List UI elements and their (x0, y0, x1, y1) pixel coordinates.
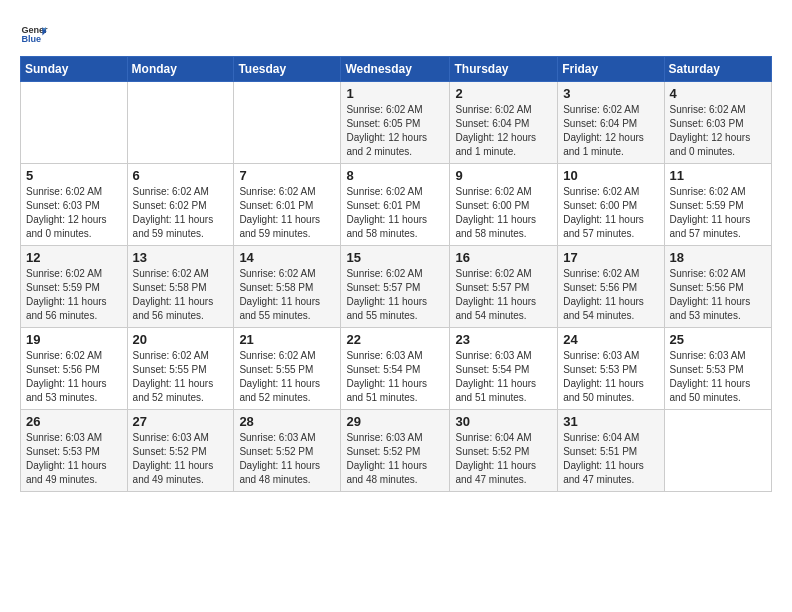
day-cell: 3Sunrise: 6:02 AM Sunset: 6:04 PM Daylig… (558, 82, 664, 164)
calendar-table: SundayMondayTuesdayWednesdayThursdayFrid… (20, 56, 772, 492)
week-row-4: 19Sunrise: 6:02 AM Sunset: 5:56 PM Dayli… (21, 328, 772, 410)
day-cell: 30Sunrise: 6:04 AM Sunset: 5:52 PM Dayli… (450, 410, 558, 492)
svg-text:Blue: Blue (21, 34, 41, 44)
day-info: Sunrise: 6:02 AM Sunset: 5:56 PM Dayligh… (26, 349, 122, 405)
day-info: Sunrise: 6:03 AM Sunset: 5:53 PM Dayligh… (670, 349, 766, 405)
day-number: 5 (26, 168, 122, 183)
day-number: 24 (563, 332, 658, 347)
weekday-header-sunday: Sunday (21, 57, 128, 82)
day-number: 17 (563, 250, 658, 265)
day-info: Sunrise: 6:02 AM Sunset: 6:04 PM Dayligh… (455, 103, 552, 159)
day-number: 2 (455, 86, 552, 101)
day-cell: 21Sunrise: 6:02 AM Sunset: 5:55 PM Dayli… (234, 328, 341, 410)
weekday-header-saturday: Saturday (664, 57, 771, 82)
day-info: Sunrise: 6:02 AM Sunset: 6:03 PM Dayligh… (26, 185, 122, 241)
day-cell: 16Sunrise: 6:02 AM Sunset: 5:57 PM Dayli… (450, 246, 558, 328)
day-number: 26 (26, 414, 122, 429)
page-container: General Blue SundayMondayTuesdayWednesda… (0, 0, 792, 504)
day-info: Sunrise: 6:02 AM Sunset: 5:56 PM Dayligh… (670, 267, 766, 323)
day-cell: 23Sunrise: 6:03 AM Sunset: 5:54 PM Dayli… (450, 328, 558, 410)
day-number: 4 (670, 86, 766, 101)
day-cell: 27Sunrise: 6:03 AM Sunset: 5:52 PM Dayli… (127, 410, 234, 492)
day-number: 14 (239, 250, 335, 265)
day-cell: 5Sunrise: 6:02 AM Sunset: 6:03 PM Daylig… (21, 164, 128, 246)
day-number: 7 (239, 168, 335, 183)
day-info: Sunrise: 6:03 AM Sunset: 5:53 PM Dayligh… (563, 349, 658, 405)
weekday-header-friday: Friday (558, 57, 664, 82)
day-info: Sunrise: 6:02 AM Sunset: 5:58 PM Dayligh… (133, 267, 229, 323)
day-info: Sunrise: 6:03 AM Sunset: 5:54 PM Dayligh… (455, 349, 552, 405)
day-info: Sunrise: 6:02 AM Sunset: 6:05 PM Dayligh… (346, 103, 444, 159)
day-cell: 25Sunrise: 6:03 AM Sunset: 5:53 PM Dayli… (664, 328, 771, 410)
weekday-header-thursday: Thursday (450, 57, 558, 82)
week-row-3: 12Sunrise: 6:02 AM Sunset: 5:59 PM Dayli… (21, 246, 772, 328)
day-number: 11 (670, 168, 766, 183)
logo: General Blue (20, 20, 52, 48)
week-row-1: 1Sunrise: 6:02 AM Sunset: 6:05 PM Daylig… (21, 82, 772, 164)
day-info: Sunrise: 6:04 AM Sunset: 5:52 PM Dayligh… (455, 431, 552, 487)
day-number: 20 (133, 332, 229, 347)
day-info: Sunrise: 6:02 AM Sunset: 6:04 PM Dayligh… (563, 103, 658, 159)
day-info: Sunrise: 6:03 AM Sunset: 5:54 PM Dayligh… (346, 349, 444, 405)
header: General Blue (20, 16, 772, 48)
day-cell (664, 410, 771, 492)
day-cell: 10Sunrise: 6:02 AM Sunset: 6:00 PM Dayli… (558, 164, 664, 246)
day-info: Sunrise: 6:02 AM Sunset: 5:59 PM Dayligh… (26, 267, 122, 323)
day-number: 9 (455, 168, 552, 183)
day-cell: 28Sunrise: 6:03 AM Sunset: 5:52 PM Dayli… (234, 410, 341, 492)
day-number: 22 (346, 332, 444, 347)
weekday-header-monday: Monday (127, 57, 234, 82)
day-info: Sunrise: 6:02 AM Sunset: 5:56 PM Dayligh… (563, 267, 658, 323)
day-info: Sunrise: 6:04 AM Sunset: 5:51 PM Dayligh… (563, 431, 658, 487)
day-cell: 15Sunrise: 6:02 AM Sunset: 5:57 PM Dayli… (341, 246, 450, 328)
day-info: Sunrise: 6:02 AM Sunset: 5:58 PM Dayligh… (239, 267, 335, 323)
day-info: Sunrise: 6:02 AM Sunset: 6:00 PM Dayligh… (455, 185, 552, 241)
day-cell: 12Sunrise: 6:02 AM Sunset: 5:59 PM Dayli… (21, 246, 128, 328)
day-cell (234, 82, 341, 164)
logo-icon: General Blue (20, 20, 48, 48)
day-cell (127, 82, 234, 164)
day-cell: 26Sunrise: 6:03 AM Sunset: 5:53 PM Dayli… (21, 410, 128, 492)
day-info: Sunrise: 6:03 AM Sunset: 5:52 PM Dayligh… (346, 431, 444, 487)
day-cell: 4Sunrise: 6:02 AM Sunset: 6:03 PM Daylig… (664, 82, 771, 164)
day-cell: 29Sunrise: 6:03 AM Sunset: 5:52 PM Dayli… (341, 410, 450, 492)
day-info: Sunrise: 6:02 AM Sunset: 5:57 PM Dayligh… (346, 267, 444, 323)
day-cell (21, 82, 128, 164)
day-number: 1 (346, 86, 444, 101)
day-number: 19 (26, 332, 122, 347)
day-cell: 1Sunrise: 6:02 AM Sunset: 6:05 PM Daylig… (341, 82, 450, 164)
day-cell: 17Sunrise: 6:02 AM Sunset: 5:56 PM Dayli… (558, 246, 664, 328)
day-number: 16 (455, 250, 552, 265)
day-cell: 24Sunrise: 6:03 AM Sunset: 5:53 PM Dayli… (558, 328, 664, 410)
day-info: Sunrise: 6:02 AM Sunset: 5:57 PM Dayligh… (455, 267, 552, 323)
day-cell: 22Sunrise: 6:03 AM Sunset: 5:54 PM Dayli… (341, 328, 450, 410)
day-cell: 18Sunrise: 6:02 AM Sunset: 5:56 PM Dayli… (664, 246, 771, 328)
day-number: 31 (563, 414, 658, 429)
day-number: 25 (670, 332, 766, 347)
day-info: Sunrise: 6:02 AM Sunset: 6:01 PM Dayligh… (239, 185, 335, 241)
day-cell: 9Sunrise: 6:02 AM Sunset: 6:00 PM Daylig… (450, 164, 558, 246)
day-info: Sunrise: 6:02 AM Sunset: 5:55 PM Dayligh… (239, 349, 335, 405)
day-info: Sunrise: 6:02 AM Sunset: 6:00 PM Dayligh… (563, 185, 658, 241)
day-info: Sunrise: 6:02 AM Sunset: 6:03 PM Dayligh… (670, 103, 766, 159)
day-number: 18 (670, 250, 766, 265)
day-number: 15 (346, 250, 444, 265)
day-number: 21 (239, 332, 335, 347)
day-cell: 6Sunrise: 6:02 AM Sunset: 6:02 PM Daylig… (127, 164, 234, 246)
day-info: Sunrise: 6:03 AM Sunset: 5:52 PM Dayligh… (239, 431, 335, 487)
day-number: 8 (346, 168, 444, 183)
day-info: Sunrise: 6:02 AM Sunset: 6:01 PM Dayligh… (346, 185, 444, 241)
day-info: Sunrise: 6:02 AM Sunset: 5:59 PM Dayligh… (670, 185, 766, 241)
day-cell: 19Sunrise: 6:02 AM Sunset: 5:56 PM Dayli… (21, 328, 128, 410)
day-number: 3 (563, 86, 658, 101)
day-number: 6 (133, 168, 229, 183)
day-number: 30 (455, 414, 552, 429)
day-info: Sunrise: 6:02 AM Sunset: 6:02 PM Dayligh… (133, 185, 229, 241)
day-cell: 14Sunrise: 6:02 AM Sunset: 5:58 PM Dayli… (234, 246, 341, 328)
weekday-header-tuesday: Tuesday (234, 57, 341, 82)
weekday-header-row: SundayMondayTuesdayWednesdayThursdayFrid… (21, 57, 772, 82)
day-cell: 20Sunrise: 6:02 AM Sunset: 5:55 PM Dayli… (127, 328, 234, 410)
day-cell: 13Sunrise: 6:02 AM Sunset: 5:58 PM Dayli… (127, 246, 234, 328)
week-row-5: 26Sunrise: 6:03 AM Sunset: 5:53 PM Dayli… (21, 410, 772, 492)
day-cell: 11Sunrise: 6:02 AM Sunset: 5:59 PM Dayli… (664, 164, 771, 246)
